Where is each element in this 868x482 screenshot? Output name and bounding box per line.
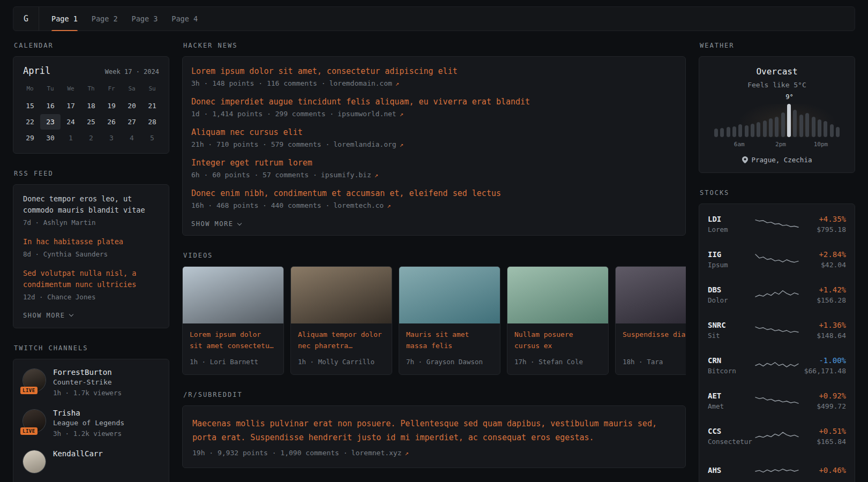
page-tab[interactable]: Page 3 — [125, 7, 165, 31]
calendar-day[interactable]: 24 — [61, 114, 81, 130]
video-thumbnail[interactable] — [183, 267, 283, 323]
stock-change: +0.51% — [799, 427, 846, 435]
stock-symbol: AHS — [708, 466, 754, 475]
weather-location-row[interactable]: Prague, Czechia — [708, 156, 846, 164]
stock-row[interactable]: DBS Dolor +1.42% $156.28 — [708, 277, 846, 312]
hacker-news-title[interactable]: Aliquam nec cursus elit — [191, 127, 677, 137]
stock-row[interactable]: IIG Ipsum +2.84% $42.04 — [708, 242, 846, 277]
stock-row[interactable]: AHS +0.46% — [708, 454, 846, 482]
video-title[interactable]: Mauris sit amet massa felis — [406, 329, 493, 352]
hacker-news-show-more-button[interactable]: SHOW MORE — [191, 219, 241, 228]
stock-symbol: LDI — [708, 215, 754, 223]
rss-card: Donec tempor eros leo, ut commodo mauris… — [13, 184, 169, 328]
subreddit-domain-link[interactable]: loremnet.xyz — [351, 449, 402, 457]
video-card[interactable]: Mauris sit amet massa felis 7h · Grayson… — [399, 266, 500, 375]
twitch-channel-row[interactable]: LIVE KendallCarr — [23, 449, 159, 473]
calendar-day[interactable]: 20 — [122, 98, 142, 114]
channel-name[interactable]: ForrestBurton — [53, 368, 122, 376]
channel-name[interactable]: Trisha — [53, 409, 124, 417]
calendar-day[interactable]: 28 — [142, 114, 162, 130]
video-title[interactable]: Lorem ipsum dolor sit amet consectetu… — [190, 329, 276, 352]
hacker-news-meta: 21h · 710 points · 579 comments ·loremla… — [191, 140, 677, 148]
hacker-news-title[interactable]: Integer eget rutrum lorem — [191, 158, 677, 168]
video-thumbnail[interactable] — [291, 267, 392, 323]
stock-row[interactable]: SNRC Sit +1.36% $148.64 — [708, 312, 846, 348]
calendar-day[interactable]: 15 — [20, 98, 40, 114]
twitch-channel-row[interactable]: LIVE ForrestBurton Counter-Strike 1h · 1… — [23, 368, 159, 398]
calendar-day[interactable]: 5 — [142, 130, 162, 146]
video-card[interactable]: Suspendisse diam 18h · Tara — [615, 266, 686, 375]
weather-feels-like: Feels like 5°C — [708, 81, 846, 89]
calendar-day[interactable]: 19 — [101, 98, 122, 114]
weather-time-label: 2pm — [775, 141, 786, 148]
calendar-day[interactable]: 18 — [81, 98, 101, 114]
calendar-day-header: Fr — [101, 80, 122, 97]
stock-name: Consectetur — [708, 438, 754, 446]
video-thumbnail[interactable] — [399, 267, 500, 323]
page-tab[interactable]: Page 1 — [44, 7, 85, 31]
video-thumbnail[interactable] — [616, 267, 686, 323]
video-title[interactable]: Suspendisse diam — [623, 329, 686, 352]
hacker-news-domain-link[interactable]: loremlandia.org — [333, 140, 396, 148]
calendar-day[interactable]: 27 — [122, 114, 142, 130]
stock-row[interactable]: LDI Lorem +4.35% $795.18 — [708, 206, 846, 242]
video-card[interactable]: Lorem ipsum dolor sit amet consectetu… 1… — [182, 266, 284, 375]
rss-item-meta: 8d · Cynthia Saunders — [23, 249, 159, 260]
video-body: Nullam posuere cursus ex 17h · Stefan Co… — [507, 323, 608, 374]
hacker-news-domain-link[interactable]: loremdomain.com — [329, 79, 392, 87]
app-logo[interactable]: G — [13, 7, 39, 31]
calendar-day[interactable]: 4 — [122, 130, 142, 146]
video-title[interactable]: Aliquam tempor dolor nec pharetra… — [298, 329, 385, 352]
stock-name: Bitcorn — [708, 367, 754, 375]
hacker-news-item: Donec enim nibh, condimentum et accumsan… — [191, 189, 677, 209]
hacker-news-title[interactable]: Donec enim nibh, condimentum et accumsan… — [191, 189, 677, 198]
page-tab[interactable]: Page 4 — [164, 7, 205, 31]
rss-show-more-button[interactable]: SHOW MORE — [23, 311, 73, 319]
hacker-news-domain-link[interactable]: ipsumify.biz — [321, 171, 371, 179]
hacker-news-title[interactable]: Lorem ipsum dolor sit amet, consectetur … — [191, 66, 677, 76]
weather-bar — [727, 127, 730, 137]
weather-bar-current — [787, 104, 791, 137]
rss-item-title[interactable]: Donec tempor eros leo, ut commodo mauris… — [23, 193, 159, 216]
video-card[interactable]: Aliquam tempor dolor nec pharetra… 1h · … — [290, 266, 392, 375]
hacker-news-meta: 3h · 148 points · 116 comments ·loremdom… — [191, 79, 677, 87]
stock-sparkline — [754, 322, 799, 338]
rss-item-title[interactable]: In hac habitasse platea — [23, 236, 159, 247]
hacker-news-domain-link[interactable]: ipsumworld.net — [338, 110, 396, 118]
calendar-day-header: Su — [142, 80, 162, 97]
calendar-day[interactable]: 16 — [40, 98, 61, 114]
channel-game[interactable]: League of Legends — [53, 419, 124, 427]
stock-row[interactable]: AET Amet +0.92% $499.72 — [708, 383, 846, 418]
channel-name[interactable]: KendallCarr — [53, 449, 103, 458]
video-card[interactable]: Nullam posuere cursus ex 17h · Stefan Co… — [507, 266, 609, 375]
channel-game[interactable]: Counter-Strike — [53, 378, 122, 386]
calendar-day[interactable]: 2 — [81, 130, 101, 146]
page-tab[interactable]: Page 2 — [85, 7, 125, 31]
weather-bar — [775, 117, 779, 137]
subreddit-post-title[interactable]: Maecenas mollis pulvinar erat non posuer… — [192, 417, 676, 445]
calendar-day[interactable]: 22 — [20, 114, 40, 130]
stock-symbol: DBS — [708, 285, 754, 294]
calendar-day[interactable]: 26 — [101, 114, 122, 130]
calendar-day[interactable]: 29 — [20, 130, 40, 146]
calendar-day[interactable]: 17 — [61, 98, 81, 114]
calendar-day[interactable]: 21 — [142, 98, 162, 114]
calendar-day-today[interactable]: 23 — [40, 114, 61, 130]
calendar-day[interactable]: 1 — [61, 130, 81, 146]
stocks-card: LDI Lorem +4.35% $795.18 IIG Ipsum — [699, 204, 855, 482]
video-thumbnail[interactable] — [507, 267, 608, 323]
stock-row[interactable]: CRN Bitcorn -1.00% $66,171.48 — [708, 348, 846, 383]
stock-name: Dolor — [708, 296, 754, 304]
video-title[interactable]: Nullam posuere cursus ex — [514, 329, 601, 352]
stock-change: +0.92% — [799, 391, 846, 400]
calendar-day[interactable]: 30 — [40, 130, 61, 146]
calendar-day[interactable]: 25 — [81, 114, 101, 130]
calendar-day[interactable]: 3 — [101, 130, 122, 146]
video-body: Lorem ipsum dolor sit amet consectetu… 1… — [183, 323, 283, 374]
hacker-news-title[interactable]: Donec imperdiet augue tincidunt felis al… — [191, 97, 677, 107]
hacker-news-domain-link[interactable]: loremtech.co — [333, 201, 384, 209]
stock-row[interactable]: CCS Consectetur +0.51% $165.84 — [708, 418, 846, 454]
rss-item-title[interactable]: Sed volutpat nulla nisl, a condimentum n… — [23, 268, 159, 290]
twitch-channel-row[interactable]: LIVE Trisha League of Legends 3h · 1.2k … — [23, 409, 159, 439]
page-tabs: Page 1 Page 2 Page 3 Page 4 — [39, 7, 210, 31]
